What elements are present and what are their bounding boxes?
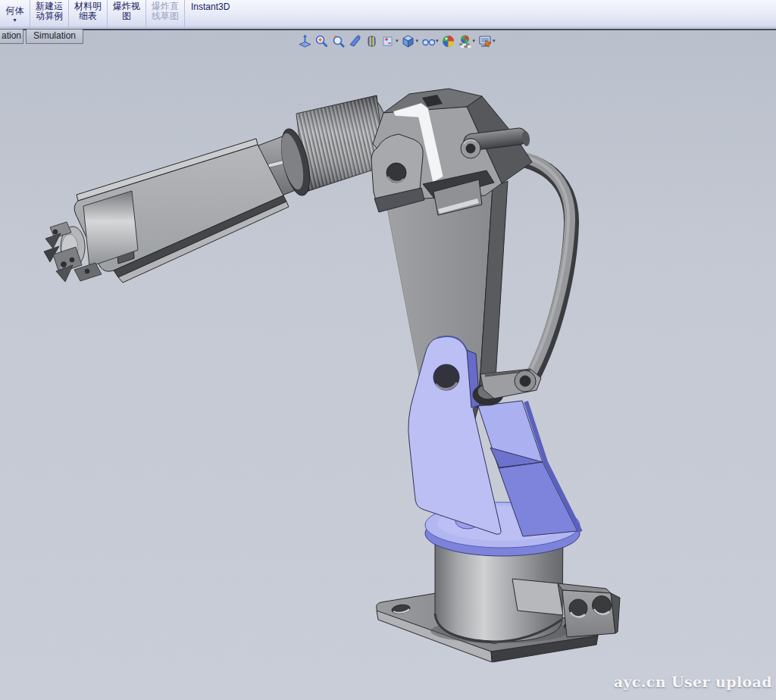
command-bar: 何体 ▾ 新建运 动算例 材料明 细表 爆炸视 图 爆炸直 线草图 Instan… (0, 0, 776, 30)
command-button-geometry[interactable]: 何体 ▾ (0, 0, 30, 29)
robot-connecting-link[interactable] (473, 369, 541, 405)
view-orientation-button[interactable] (380, 33, 396, 49)
command-button-explode-line-sketch: 爆炸直 线草图 (146, 0, 185, 29)
display-style-button[interactable] (400, 33, 417, 49)
command-button-instant3d[interactable]: Instant3D (185, 0, 247, 29)
chevron-down-icon[interactable]: ▾ (493, 38, 496, 44)
watermark-text: ayc.cn User upload (614, 673, 772, 690)
command-button-label: 何体 (6, 6, 24, 16)
hide-show-items-icon (421, 34, 436, 48)
zoom-to-area-button[interactable] (313, 33, 330, 49)
command-button-label: 细表 (79, 11, 97, 21)
hook-eye (461, 139, 480, 158)
command-button-new-motion-study[interactable]: 新建运 动算例 (30, 0, 69, 29)
zoom-to-fit-button[interactable] (296, 33, 313, 49)
command-button-label: 线草图 (152, 11, 179, 21)
chevron-down-icon[interactable]: ▾ (473, 38, 476, 44)
robot-forearm[interactable] (61, 139, 289, 283)
section-view-icon (348, 34, 362, 48)
apply-scene-button[interactable] (457, 33, 474, 49)
chevron-down-icon[interactable]: ▾ (416, 38, 419, 44)
tab-animation-clipped[interactable]: ation (0, 29, 23, 44)
command-button-label: 图 (122, 11, 131, 21)
chevron-down-icon[interactable]: ▾ (13, 17, 16, 23)
view-settings-icon (478, 34, 493, 48)
edit-appearance-button[interactable] (440, 33, 457, 49)
chevron-down-icon[interactable]: ▾ (396, 38, 399, 44)
previous-view-icon (331, 34, 346, 48)
commandmanager-tab-row: ation Simulation (0, 29, 86, 44)
zoom-to-fit-icon (298, 34, 312, 48)
command-button-exploded-view[interactable]: 爆炸视 图 (108, 0, 146, 29)
display-style-icon (401, 34, 415, 48)
3d-drawing-view-button[interactable] (363, 33, 380, 49)
section-view-button[interactable] (346, 33, 363, 49)
viewport-3d[interactable] (0, 0, 776, 700)
tab-label: ation (2, 30, 21, 41)
zoom-to-area-icon (314, 34, 329, 48)
edit-appearance-icon (441, 34, 455, 48)
hide-show-items-button[interactable] (420, 33, 436, 49)
chevron-down-icon[interactable]: ▾ (436, 38, 439, 44)
application-window: 何体 ▾ 新建运 动算例 材料明 细表 爆炸视 图 爆炸直 线草图 Instan… (0, 0, 776, 700)
previous-view-button[interactable] (330, 33, 346, 49)
headsup-view-toolbar: ▾ ▾ ▾ (296, 33, 497, 49)
tab-label: Simulation (33, 30, 76, 41)
3d-drawing-view-icon (365, 34, 379, 48)
command-button-bill-of-materials[interactable]: 材料明 细表 (69, 0, 108, 29)
robot-elbow-bracket[interactable] (371, 134, 424, 212)
apply-scene-icon (458, 34, 472, 48)
tab-simulation[interactable]: Simulation (26, 29, 83, 44)
command-button-label: 动算例 (36, 11, 63, 21)
view-orientation-icon (381, 34, 396, 48)
view-settings-button[interactable] (477, 33, 493, 49)
command-button-label: Instant3D (191, 2, 230, 12)
